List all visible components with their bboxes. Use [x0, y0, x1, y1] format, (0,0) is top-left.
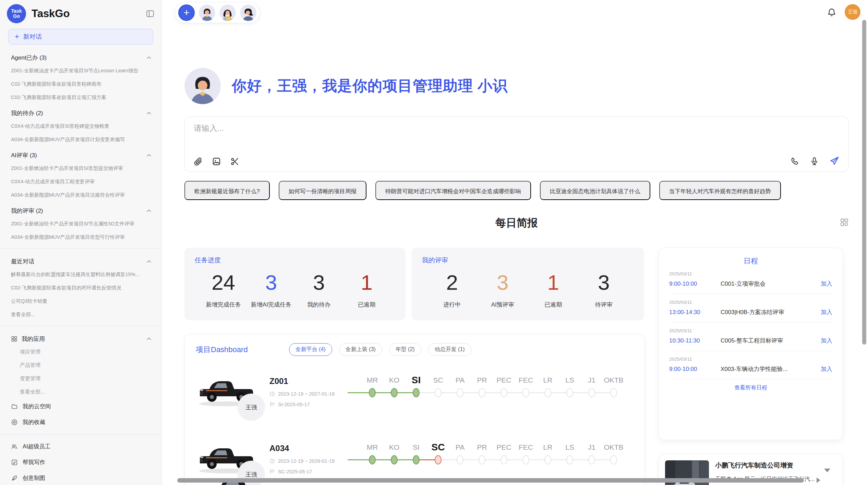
list-item[interactable]: A034-全新新能源MUV产品开发项目法规符合性评审: [0, 188, 161, 202]
list-item[interactable]: 公司Q3轻卡销量: [0, 295, 161, 308]
send-icon[interactable]: [829, 156, 840, 166]
sidebar-item-cloud-space[interactable]: 我的云空间: [0, 399, 161, 414]
join-link[interactable]: 加入: [821, 308, 832, 316]
stat-label: 待评审: [579, 301, 629, 309]
app-logo: Task Go: [7, 4, 26, 23]
new-chat-button[interactable]: + 新对话: [8, 29, 153, 45]
sidebar-item-favorites[interactable]: 我的收藏: [0, 414, 161, 430]
app-item-project-mgmt[interactable]: 项目管理: [0, 345, 161, 359]
section-header-my-apps[interactable]: 我的应用: [0, 330, 161, 345]
list-item[interactable]: A034-全新新能源MUV产品开发项目计划变更表编写: [0, 133, 161, 146]
sidebar-item-creative-drawing[interactable]: 创意制图: [0, 470, 161, 485]
list-item[interactable]: C02-飞腾新能源轻客改款项目的闭环通告反馈情况: [0, 281, 161, 295]
list-item[interactable]: A034-全新新能源MUV产品开发项目造型可行性评审: [0, 231, 161, 244]
daily-briefing-title: 每日简报: [495, 217, 538, 229]
list-item[interactable]: 解释最新出台的欧盟报废车法规再生塑料比例被调至15%...: [0, 268, 161, 281]
app-item-change-mgmt[interactable]: 变更管理: [0, 372, 161, 385]
join-link[interactable]: 加入: [821, 337, 832, 345]
project-node: SC-2025-05-17: [269, 469, 361, 474]
chevron-up-icon[interactable]: [146, 208, 152, 214]
dashboard-header: 项目Dashboard 全新平台 (4) 全新上装 (3) 年型 (2) 动总开…: [185, 334, 644, 359]
sidebar-item-label: 我的收藏: [23, 419, 45, 426]
section-header-my-review[interactable]: 我的评审 (2): [0, 202, 161, 217]
sidebar-collapse-icon[interactable]: [146, 9, 155, 18]
chevron-up-icon[interactable]: [146, 55, 152, 61]
stat-value: 2: [427, 270, 478, 295]
avatar[interactable]: [219, 4, 236, 21]
event-name: C005-整车工程目标评审: [721, 337, 816, 345]
event-date: 2025/03/11: [669, 300, 832, 305]
image-icon[interactable]: [212, 157, 221, 166]
scroll-down-arrow[interactable]: [824, 469, 830, 472]
new-chat-label: 新对话: [23, 33, 42, 41]
mic-icon[interactable]: [810, 157, 819, 166]
horizontal-scrollbar[interactable]: [177, 478, 804, 483]
project-dashboard-card: 项目Dashboard 全新平台 (4) 全新上装 (3) 年型 (2) 动总开…: [184, 334, 645, 485]
section-header-agent-done[interactable]: Agent已办 (3): [0, 49, 161, 64]
list-item[interactable]: C02-飞腾新能源轻客改款项目里程碑画布: [0, 77, 161, 91]
chat-input[interactable]: [194, 124, 708, 133]
vertical-scrollbar[interactable]: [862, 20, 866, 345]
milestone-label: OKTB: [604, 374, 623, 387]
filter-chip[interactable]: 全新平台 (4): [289, 343, 332, 356]
join-link[interactable]: 加入: [821, 280, 832, 288]
suggestion-chip[interactable]: 比亚迪全固态电池计划具体说了什么: [540, 181, 650, 200]
node-text: SI-2025-05-17: [278, 402, 310, 407]
list-item[interactable]: C0X4-动力总成开发项目SI里程碑提交物检查: [0, 120, 161, 133]
phone-icon[interactable]: [790, 157, 799, 166]
stat-value: 3: [295, 270, 343, 295]
chat-composer: [184, 116, 849, 172]
list-item[interactable]: C0X4-动力总成开发项目工程变更评审: [0, 175, 161, 188]
layout-grid-icon[interactable]: [840, 218, 849, 228]
project-node: SI-2025-05-17: [269, 402, 361, 407]
project-row[interactable]: 王强 Z001 2023-12-19 ~ 2027-01-19 SI-2025-…: [185, 374, 644, 419]
join-link[interactable]: 加入: [821, 365, 832, 373]
view-all-apps-link[interactable]: 查看全部...: [0, 385, 161, 399]
suggestion-chip[interactable]: 如何写一份清晰的项目周报: [279, 181, 366, 200]
chevron-up-icon[interactable]: [146, 336, 152, 342]
attachment-icon[interactable]: [194, 157, 203, 166]
milestone: LS: [559, 374, 581, 397]
avatar[interactable]: [240, 4, 256, 21]
notification-bell-icon[interactable]: [827, 8, 836, 18]
chevron-up-icon[interactable]: [146, 110, 152, 116]
milestone-dot: [413, 388, 420, 397]
milestone-dot: [413, 455, 420, 464]
avatar[interactable]: [199, 4, 215, 21]
view-all-chats-link[interactable]: 查看全部...: [0, 308, 161, 321]
clock-icon: [269, 391, 275, 397]
list-item[interactable]: C02-飞腾新能源轻客改款项目立项汇报方案: [0, 91, 161, 104]
section-header-my-todo[interactable]: 我的待办 (2): [0, 104, 161, 120]
add-member-button[interactable]: +: [178, 4, 195, 21]
chevron-up-icon[interactable]: [146, 259, 152, 264]
sidebar-item-ai-super-staff[interactable]: AI超级员工: [0, 439, 161, 455]
section-header-ai-review[interactable]: AI评审 (3): [0, 146, 161, 162]
filter-chip[interactable]: 全新上装 (3): [339, 343, 382, 356]
card-title: 我的评审: [422, 256, 634, 265]
milestone: SI: [405, 441, 427, 464]
milestone-label: LS: [565, 374, 574, 387]
dashboard-title: 项目Dashboard: [196, 345, 248, 355]
suggestion-chip[interactable]: 欧洲新规最近颁布了什么?: [184, 181, 270, 200]
list-item[interactable]: Z001-全新燃油皮卡产品开发项目SI节点Lesson Learn报告: [0, 64, 161, 77]
stat-overdue: 1 已逾期: [343, 270, 390, 309]
suggestion-chip[interactable]: 特朗普可能对进口汽车增税会对中国车企造成哪些影响: [375, 181, 531, 200]
divider: [0, 434, 161, 435]
filter-chip[interactable]: 年型 (2): [389, 343, 421, 356]
people-icon: [11, 443, 18, 450]
event-time: 9:00-10:00: [669, 281, 721, 287]
user-avatar[interactable]: 王强: [845, 4, 860, 20]
app-item-product-mgmt[interactable]: 产品管理: [0, 359, 161, 372]
list-item[interactable]: Z001-全新燃油轻卡产品开发项目SI节点属性5D文件评审: [0, 217, 161, 231]
sidebar-item-help-me-write[interactable]: 帮我写作: [0, 455, 161, 470]
stat-label: 已逾期: [528, 301, 579, 309]
suggestion-chip[interactable]: 当下年轻人对汽车外观有怎样的喜好趋势: [659, 181, 781, 200]
section-title: 我的待办 (2): [11, 109, 43, 117]
section-header-recent-chats[interactable]: 最近对话: [0, 252, 161, 268]
chevron-up-icon[interactable]: [146, 152, 152, 158]
filter-chip[interactable]: 动总开发 (1): [428, 343, 471, 356]
view-all-schedule-link[interactable]: 查看所有日程: [669, 384, 832, 391]
list-item[interactable]: Z001-全新燃油轻卡产品开发项目SI造型提交物评审: [0, 162, 161, 175]
scroll-right-arrow[interactable]: [817, 477, 820, 483]
scissors-icon[interactable]: [230, 157, 239, 166]
